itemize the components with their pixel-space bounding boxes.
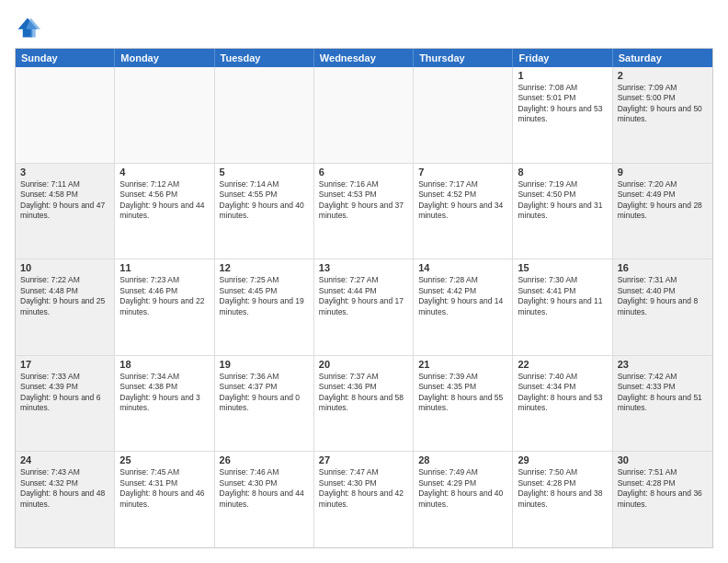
header-day-thursday: Thursday	[414, 49, 513, 67]
calendar-cell-28: 28Sunrise: 7:49 AM Sunset: 4:29 PM Dayli…	[414, 452, 513, 547]
day-info: Sunrise: 7:37 AM Sunset: 4:36 PM Dayligh…	[319, 372, 408, 414]
calendar-cell-17: 17Sunrise: 7:33 AM Sunset: 4:39 PM Dayli…	[16, 356, 115, 452]
day-info: Sunrise: 7:09 AM Sunset: 5:00 PM Dayligh…	[618, 83, 708, 125]
day-info: Sunrise: 7:36 AM Sunset: 4:37 PM Dayligh…	[220, 372, 309, 414]
calendar-row-3: 17Sunrise: 7:33 AM Sunset: 4:39 PM Dayli…	[16, 356, 712, 453]
day-number: 13	[319, 262, 408, 273]
day-info: Sunrise: 7:42 AM Sunset: 4:33 PM Dayligh…	[618, 372, 708, 414]
day-info: Sunrise: 7:51 AM Sunset: 4:28 PM Dayligh…	[618, 467, 708, 510]
calendar-cell-26: 26Sunrise: 7:46 AM Sunset: 4:30 PM Dayli…	[215, 452, 314, 547]
day-info: Sunrise: 7:49 AM Sunset: 4:29 PM Dayligh…	[418, 467, 507, 510]
day-number: 8	[518, 167, 607, 178]
day-number: 5	[220, 167, 309, 178]
day-number: 30	[618, 454, 708, 465]
day-info: Sunrise: 7:46 AM Sunset: 4:30 PM Dayligh…	[220, 467, 309, 510]
calendar-cell-empty-0-0	[16, 67, 115, 163]
day-info: Sunrise: 7:50 AM Sunset: 4:28 PM Dayligh…	[518, 467, 607, 510]
header-day-sunday: Sunday	[16, 49, 115, 67]
calendar-cell-22: 22Sunrise: 7:40 AM Sunset: 4:34 PM Dayli…	[513, 356, 612, 452]
day-number: 21	[418, 359, 507, 370]
day-number: 16	[618, 262, 708, 273]
day-info: Sunrise: 7:17 AM Sunset: 4:52 PM Dayligh…	[418, 179, 507, 222]
calendar-cell-empty-0-4	[414, 67, 513, 163]
header-day-monday: Monday	[115, 49, 214, 67]
calendar-body: 1Sunrise: 7:08 AM Sunset: 5:01 PM Daylig…	[16, 67, 712, 547]
day-number: 14	[418, 262, 507, 273]
calendar-cell-29: 29Sunrise: 7:50 AM Sunset: 4:28 PM Dayli…	[513, 452, 612, 547]
header-day-saturday: Saturday	[613, 49, 712, 67]
calendar-cell-27: 27Sunrise: 7:47 AM Sunset: 4:30 PM Dayli…	[314, 452, 414, 547]
day-number: 15	[518, 262, 607, 273]
day-number: 3	[20, 167, 109, 178]
day-number: 24	[20, 454, 109, 465]
day-info: Sunrise: 7:34 AM Sunset: 4:38 PM Dayligh…	[119, 372, 209, 414]
day-info: Sunrise: 7:16 AM Sunset: 4:53 PM Dayligh…	[319, 179, 408, 222]
calendar-cell-25: 25Sunrise: 7:45 AM Sunset: 4:31 PM Dayli…	[115, 452, 214, 547]
calendar-cell-9: 9Sunrise: 7:20 AM Sunset: 4:49 PM Daylig…	[613, 164, 712, 259]
calendar-cell-11: 11Sunrise: 7:23 AM Sunset: 4:46 PM Dayli…	[115, 259, 214, 355]
day-info: Sunrise: 7:12 AM Sunset: 4:56 PM Dayligh…	[119, 179, 209, 222]
header-day-friday: Friday	[513, 49, 612, 67]
day-number: 26	[220, 454, 309, 465]
calendar-cell-empty-0-2	[215, 67, 314, 163]
logo	[15, 15, 44, 40]
calendar-cell-15: 15Sunrise: 7:30 AM Sunset: 4:41 PM Dayli…	[513, 259, 612, 355]
day-number: 12	[220, 262, 309, 273]
calendar-cell-1: 1Sunrise: 7:08 AM Sunset: 5:01 PM Daylig…	[513, 67, 612, 163]
day-info: Sunrise: 7:28 AM Sunset: 4:42 PM Dayligh…	[418, 275, 507, 317]
calendar-cell-5: 5Sunrise: 7:14 AM Sunset: 4:55 PM Daylig…	[215, 164, 314, 259]
day-info: Sunrise: 7:40 AM Sunset: 4:34 PM Dayligh…	[518, 372, 607, 414]
calendar-cell-30: 30Sunrise: 7:51 AM Sunset: 4:28 PM Dayli…	[613, 452, 712, 547]
day-info: Sunrise: 7:27 AM Sunset: 4:44 PM Dayligh…	[319, 275, 408, 317]
day-number: 25	[119, 454, 209, 465]
day-number: 19	[220, 359, 309, 370]
calendar-row-0: 1Sunrise: 7:08 AM Sunset: 5:01 PM Daylig…	[16, 67, 712, 164]
header-day-tuesday: Tuesday	[215, 49, 314, 67]
calendar-cell-19: 19Sunrise: 7:36 AM Sunset: 4:37 PM Dayli…	[215, 356, 314, 452]
day-number: 10	[20, 262, 109, 273]
day-number: 2	[618, 70, 708, 81]
calendar-cell-2: 2Sunrise: 7:09 AM Sunset: 5:00 PM Daylig…	[613, 67, 712, 163]
day-number: 20	[319, 359, 408, 370]
day-info: Sunrise: 7:30 AM Sunset: 4:41 PM Dayligh…	[518, 275, 607, 317]
day-info: Sunrise: 7:20 AM Sunset: 4:49 PM Dayligh…	[618, 179, 708, 222]
calendar: SundayMondayTuesdayWednesdayThursdayFrid…	[15, 48, 713, 548]
day-info: Sunrise: 7:11 AM Sunset: 4:58 PM Dayligh…	[20, 179, 109, 222]
logo-icon	[15, 15, 40, 40]
day-info: Sunrise: 7:25 AM Sunset: 4:45 PM Dayligh…	[220, 275, 309, 317]
day-info: Sunrise: 7:23 AM Sunset: 4:46 PM Dayligh…	[119, 275, 209, 317]
day-info: Sunrise: 7:47 AM Sunset: 4:30 PM Dayligh…	[319, 467, 408, 510]
day-info: Sunrise: 7:22 AM Sunset: 4:48 PM Dayligh…	[20, 275, 109, 317]
day-number: 29	[518, 454, 607, 465]
day-number: 23	[618, 359, 708, 370]
calendar-cell-4: 4Sunrise: 7:12 AM Sunset: 4:56 PM Daylig…	[115, 164, 214, 259]
calendar-cell-3: 3Sunrise: 7:11 AM Sunset: 4:58 PM Daylig…	[16, 164, 115, 259]
day-info: Sunrise: 7:19 AM Sunset: 4:50 PM Dayligh…	[518, 179, 607, 222]
day-number: 1	[518, 70, 607, 81]
day-info: Sunrise: 7:33 AM Sunset: 4:39 PM Dayligh…	[20, 372, 109, 414]
day-number: 7	[418, 167, 507, 178]
calendar-cell-empty-0-3	[314, 67, 414, 163]
day-number: 11	[119, 262, 209, 273]
calendar-cell-12: 12Sunrise: 7:25 AM Sunset: 4:45 PM Dayli…	[215, 259, 314, 355]
day-number: 6	[319, 167, 408, 178]
calendar-cell-13: 13Sunrise: 7:27 AM Sunset: 4:44 PM Dayli…	[314, 259, 414, 355]
calendar-header: SundayMondayTuesdayWednesdayThursdayFrid…	[16, 49, 712, 67]
day-info: Sunrise: 7:31 AM Sunset: 4:40 PM Dayligh…	[618, 275, 708, 317]
day-number: 18	[119, 359, 209, 370]
header	[15, 15, 713, 40]
day-info: Sunrise: 7:45 AM Sunset: 4:31 PM Dayligh…	[119, 467, 209, 510]
calendar-cell-20: 20Sunrise: 7:37 AM Sunset: 4:36 PM Dayli…	[314, 356, 414, 452]
calendar-cell-24: 24Sunrise: 7:43 AM Sunset: 4:32 PM Dayli…	[16, 452, 115, 547]
calendar-row-4: 24Sunrise: 7:43 AM Sunset: 4:32 PM Dayli…	[16, 452, 712, 547]
day-info: Sunrise: 7:39 AM Sunset: 4:35 PM Dayligh…	[418, 372, 507, 414]
day-info: Sunrise: 7:14 AM Sunset: 4:55 PM Dayligh…	[220, 179, 309, 222]
calendar-cell-21: 21Sunrise: 7:39 AM Sunset: 4:35 PM Dayli…	[414, 356, 513, 452]
day-number: 27	[319, 454, 408, 465]
calendar-row-1: 3Sunrise: 7:11 AM Sunset: 4:58 PM Daylig…	[16, 164, 712, 260]
calendar-cell-7: 7Sunrise: 7:17 AM Sunset: 4:52 PM Daylig…	[414, 164, 513, 259]
page: SundayMondayTuesdayWednesdayThursdayFrid…	[0, 0, 728, 563]
calendar-cell-16: 16Sunrise: 7:31 AM Sunset: 4:40 PM Dayli…	[613, 259, 712, 355]
calendar-cell-23: 23Sunrise: 7:42 AM Sunset: 4:33 PM Dayli…	[613, 356, 712, 452]
day-info: Sunrise: 7:08 AM Sunset: 5:01 PM Dayligh…	[518, 83, 607, 125]
